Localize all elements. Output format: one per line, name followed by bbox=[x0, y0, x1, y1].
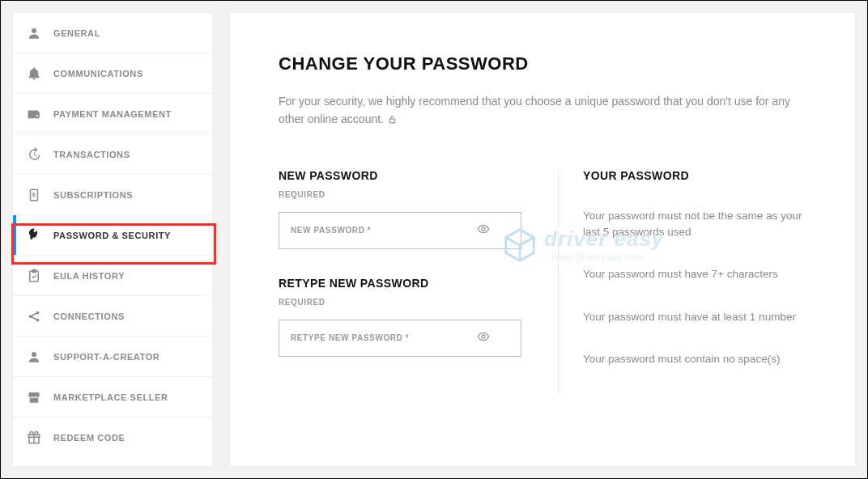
sidebar-item-subscriptions[interactable]: $ SUBSCRIPTIONS bbox=[13, 175, 212, 215]
sidebar-item-connections[interactable]: CONNECTIONS bbox=[13, 296, 212, 337]
sidebar-item-label: COMMUNICATIONS bbox=[53, 69, 143, 78]
sidebar-item-communications[interactable]: COMMUNICATIONS bbox=[13, 53, 212, 94]
new-password-label: NEW PASSWORD bbox=[279, 169, 534, 182]
page-description: For your security, we highly recommend t… bbox=[279, 92, 806, 130]
sidebar-item-label: EULA HISTORY bbox=[53, 271, 125, 281]
settings-sidebar: GENERAL COMMUNICATIONS PAYMENT MANAGEMEN… bbox=[12, 12, 213, 467]
retype-password-label: RETYPE NEW PASSWORD bbox=[279, 277, 534, 290]
sidebar-item-payment[interactable]: PAYMENT MANAGEMENT bbox=[13, 94, 212, 134]
new-password-required: REQUIRED bbox=[279, 190, 534, 199]
lock-icon bbox=[387, 112, 398, 129]
svg-point-8 bbox=[32, 352, 36, 357]
sidebar-item-label: CONNECTIONS bbox=[53, 312, 125, 321]
svg-rect-9 bbox=[389, 119, 395, 123]
person-icon bbox=[26, 25, 42, 41]
sidebar-item-label: PASSWORD & SECURITY bbox=[53, 231, 171, 240]
sidebar-item-label: PAYMENT MANAGEMENT bbox=[53, 109, 172, 119]
sidebar-item-label: MARKETPLACE SELLER bbox=[53, 392, 168, 402]
key-icon bbox=[26, 227, 42, 244]
sidebar-item-transactions[interactable]: TRANSACTIONS bbox=[13, 134, 212, 175]
password-rule: Your password must contain no space(s) bbox=[583, 351, 806, 367]
share-icon bbox=[26, 308, 42, 324]
sidebar-item-general[interactable]: GENERAL bbox=[13, 13, 212, 53]
receipt-icon: $ bbox=[26, 187, 42, 203]
sidebar-item-label: GENERAL bbox=[53, 28, 100, 38]
retype-password-input[interactable] bbox=[279, 320, 521, 357]
bell-icon bbox=[26, 66, 42, 82]
person-icon bbox=[26, 349, 42, 365]
sidebar-item-password-security[interactable]: PASSWORD & SECURITY bbox=[13, 215, 212, 256]
password-rule: Your password must have 7+ characters bbox=[583, 266, 806, 282]
password-rule: Your password must not be the same as yo… bbox=[583, 208, 806, 241]
rules-title: YOUR PASSWORD bbox=[583, 169, 806, 182]
wallet-icon bbox=[26, 106, 42, 122]
app-frame: GENERAL COMMUNICATIONS PAYMENT MANAGEMEN… bbox=[0, 0, 868, 479]
sidebar-item-redeem[interactable]: REDEEM CODE bbox=[13, 418, 212, 458]
password-rule: Your password must have at least 1 numbe… bbox=[583, 309, 806, 325]
sidebar-item-label: TRANSACTIONS bbox=[53, 150, 130, 159]
svg-point-0 bbox=[32, 28, 36, 33]
new-password-input[interactable] bbox=[279, 212, 521, 249]
retype-password-required: REQUIRED bbox=[279, 298, 534, 307]
svg-text:$: $ bbox=[32, 191, 36, 198]
sidebar-item-eula[interactable]: EULA HISTORY bbox=[13, 256, 212, 296]
sidebar-item-marketplace[interactable]: MARKETPLACE SELLER bbox=[13, 377, 212, 418]
gift-icon bbox=[26, 430, 42, 446]
description-text: For your security, we highly recommend t… bbox=[279, 95, 790, 125]
password-form: NEW PASSWORD REQUIRED RETYPE NEW PASSWOR… bbox=[279, 169, 558, 393]
store-icon bbox=[26, 389, 42, 405]
page-title: CHANGE YOUR PASSWORD bbox=[279, 53, 806, 74]
sidebar-item-label: SUPPORT-A-CREATOR bbox=[53, 352, 160, 362]
sidebar-item-label: SUBSCRIPTIONS bbox=[53, 190, 133, 200]
sidebar-item-label: REDEEM CODE bbox=[53, 433, 126, 443]
clipboard-check-icon bbox=[26, 268, 42, 284]
main-panel: CHANGE YOUR PASSWORD For your security, … bbox=[229, 12, 856, 467]
sidebar-item-support-creator[interactable]: SUPPORT-A-CREATOR bbox=[13, 337, 212, 377]
password-rules: YOUR PASSWORD Your password must not be … bbox=[558, 169, 806, 393]
svg-rect-4 bbox=[32, 269, 36, 272]
history-icon bbox=[26, 146, 42, 163]
